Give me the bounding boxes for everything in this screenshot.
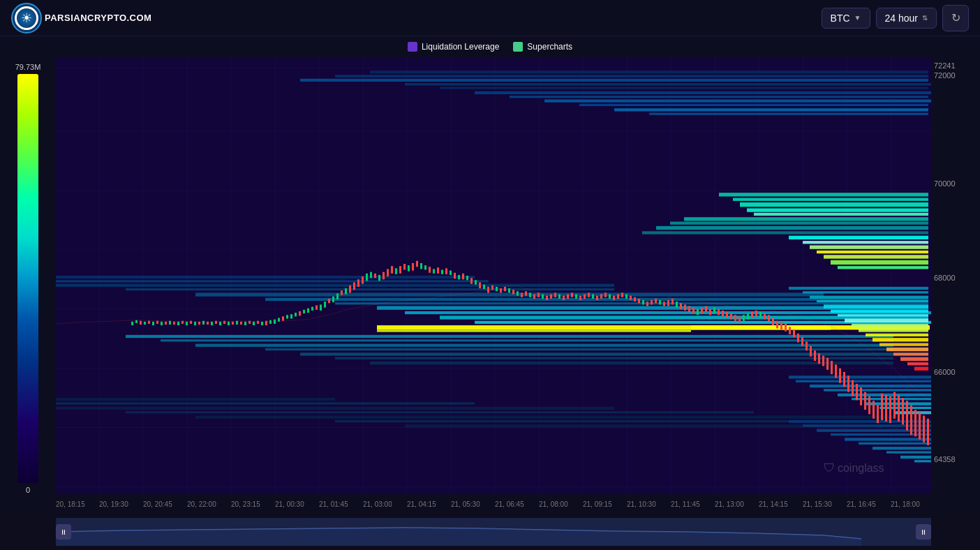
svg-rect-37 xyxy=(614,108,928,111)
svg-rect-293 xyxy=(856,384,858,400)
svg-rect-266 xyxy=(743,315,745,320)
svg-rect-255 xyxy=(697,309,699,315)
svg-rect-294 xyxy=(860,387,862,405)
svg-rect-244 xyxy=(651,300,653,304)
svg-rect-173 xyxy=(353,283,355,290)
svg-rect-241 xyxy=(638,299,640,303)
svg-rect-159 xyxy=(295,313,297,316)
svg-text:66000: 66000 xyxy=(934,368,956,376)
svg-rect-204 xyxy=(483,285,485,289)
svg-rect-265 xyxy=(738,316,741,322)
svg-rect-42 xyxy=(747,208,928,211)
svg-rect-134 xyxy=(190,321,192,324)
svg-rect-110 xyxy=(789,420,931,423)
svg-rect-55 xyxy=(56,276,475,278)
svg-rect-133 xyxy=(186,322,188,325)
svg-rect-210 xyxy=(508,288,510,292)
svg-rect-34 xyxy=(510,96,928,98)
svg-text:20, 19:30: 20, 19:30 xyxy=(99,500,128,508)
svg-rect-97 xyxy=(893,352,928,355)
svg-rect-115 xyxy=(859,443,931,445)
svg-rect-184 xyxy=(399,266,401,274)
logo-area: PARSIANCRYPTO.COM xyxy=(11,3,151,34)
svg-text:20, 20:45: 20, 20:45 xyxy=(143,500,172,508)
svg-rect-290 xyxy=(843,372,845,387)
svg-rect-214 xyxy=(525,291,527,295)
svg-rect-183 xyxy=(395,268,397,274)
svg-rect-301 xyxy=(889,396,891,423)
svg-rect-164 xyxy=(315,305,318,309)
mini-chart[interactable] xyxy=(56,518,931,546)
time-dropdown[interactable]: 24 hour ⇅ xyxy=(876,8,937,29)
time-axis: 20, 18:15 20, 19:30 20, 20:45 20, 22:00 … xyxy=(0,494,980,514)
svg-rect-224 xyxy=(567,295,569,299)
svg-rect-123 xyxy=(144,322,146,325)
svg-rect-48 xyxy=(789,236,928,239)
svg-rect-256 xyxy=(701,308,703,313)
legend-color-liquidation xyxy=(408,42,417,52)
svg-rect-268 xyxy=(751,312,753,318)
color-bar xyxy=(17,74,38,483)
svg-rect-199 xyxy=(462,274,464,279)
svg-rect-232 xyxy=(600,295,602,299)
svg-rect-95 xyxy=(879,343,928,346)
legend-item-supercharts: Supercharts xyxy=(513,42,572,52)
svg-rect-94 xyxy=(873,338,928,341)
svg-rect-221 xyxy=(554,292,556,297)
svg-rect-144 xyxy=(232,322,234,325)
refresh-button[interactable]: ↻ xyxy=(942,5,969,31)
svg-rect-243 xyxy=(646,302,648,306)
svg-rect-194 xyxy=(441,270,443,274)
color-scale: 79.73M 0 xyxy=(0,57,56,494)
svg-rect-288 xyxy=(835,364,837,378)
svg-rect-222 xyxy=(558,295,560,299)
svg-rect-229 xyxy=(588,292,590,297)
svg-rect-56 xyxy=(56,280,489,282)
svg-rect-46 xyxy=(656,226,928,230)
svg-rect-272 xyxy=(768,315,770,320)
svg-rect-226 xyxy=(575,295,577,299)
svg-rect-273 xyxy=(772,318,774,325)
svg-rect-233 xyxy=(604,292,607,297)
btc-dropdown[interactable]: BTC ▼ xyxy=(822,8,870,29)
svg-rect-279 xyxy=(797,334,799,343)
svg-rect-160 xyxy=(299,311,301,315)
svg-rect-308 xyxy=(919,412,921,439)
svg-rect-119 xyxy=(914,460,931,462)
svg-rect-195 xyxy=(445,268,447,274)
svg-rect-200 xyxy=(466,276,468,280)
svg-rect-118 xyxy=(900,456,931,459)
svg-text:21, 11:45: 21, 11:45 xyxy=(671,500,700,508)
svg-rect-202 xyxy=(475,280,477,284)
pause-button-right[interactable]: ⏸ xyxy=(916,524,931,540)
svg-rect-127 xyxy=(161,322,163,325)
svg-rect-161 xyxy=(303,310,305,313)
svg-rect-44 xyxy=(684,217,928,221)
svg-rect-163 xyxy=(311,307,313,311)
svg-rect-258 xyxy=(709,309,711,315)
svg-rect-83 xyxy=(789,287,928,290)
scale-max-label: 79.73M xyxy=(15,63,41,71)
header-controls: BTC ▼ 24 hour ⇅ ↻ xyxy=(822,5,969,31)
svg-rect-296 xyxy=(868,396,870,414)
pause-button-left[interactable]: ⏸ xyxy=(56,524,71,540)
svg-rect-77 xyxy=(56,402,475,404)
svg-rect-96 xyxy=(886,348,928,351)
svg-text:72000: 72000 xyxy=(934,71,956,80)
svg-rect-59 xyxy=(195,292,824,296)
svg-rect-253 xyxy=(688,306,690,312)
svg-rect-50 xyxy=(810,245,928,248)
svg-rect-239 xyxy=(630,296,632,300)
svg-text:21, 04:15: 21, 04:15 xyxy=(407,500,436,508)
svg-rect-71 xyxy=(195,344,893,347)
svg-rect-146 xyxy=(240,322,242,325)
svg-rect-93 xyxy=(866,334,928,336)
svg-rect-131 xyxy=(177,322,179,325)
chart-legend: Liquidation Leverage Supercharts xyxy=(0,36,980,57)
svg-text:21, 13:00: 21, 13:00 xyxy=(715,500,744,508)
svg-rect-186 xyxy=(408,265,410,271)
svg-rect-292 xyxy=(852,380,854,396)
svg-rect-138 xyxy=(207,322,209,325)
svg-rect-132 xyxy=(181,321,184,324)
svg-rect-228 xyxy=(584,295,586,299)
